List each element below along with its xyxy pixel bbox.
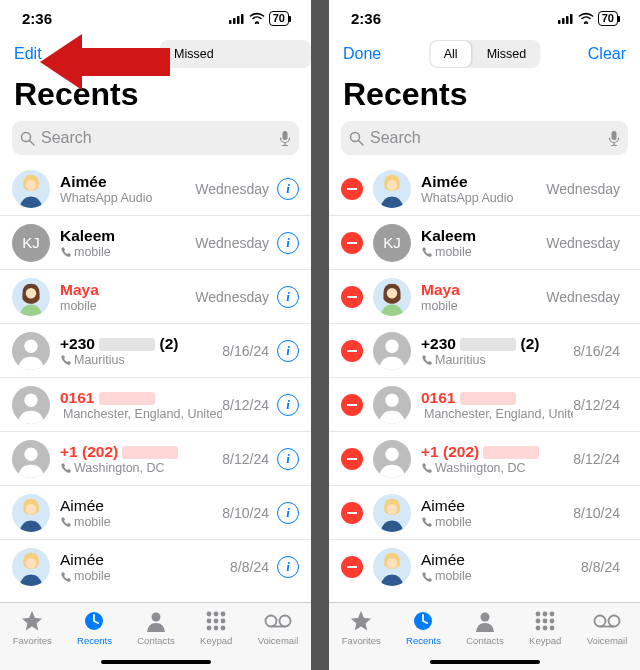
call-name: +1 (202): [60, 443, 222, 461]
info-button[interactable]: i: [277, 178, 299, 200]
info-button[interactable]: i: [277, 556, 299, 578]
tab-label: Voicemail: [587, 635, 628, 646]
delete-button[interactable]: [341, 340, 363, 362]
delete-button[interactable]: [341, 178, 363, 200]
call-name: +1 (202): [421, 443, 573, 461]
call-row[interactable]: 0161 Manchester, England, United...8/12/…: [0, 378, 311, 432]
phone-icon: [60, 462, 71, 473]
phone-icon: [60, 516, 71, 527]
status-time: 2:36: [22, 10, 52, 27]
info-button[interactable]: i: [277, 340, 299, 362]
mic-icon[interactable]: [608, 130, 620, 147]
avatar: [12, 170, 50, 208]
search-placeholder: Search: [41, 129, 279, 147]
tab-recents[interactable]: Recents: [77, 609, 112, 646]
svg-point-22: [207, 619, 212, 624]
call-name: Kaleem: [60, 227, 195, 245]
delete-button[interactable]: [341, 232, 363, 254]
svg-point-52: [550, 612, 555, 617]
call-row[interactable]: +1 (202) Washington, DC8/12/24: [329, 432, 640, 486]
call-row[interactable]: AiméeWhatsApp AudioWednesdayi: [0, 162, 311, 216]
call-info: Mayamobile: [421, 281, 546, 313]
delete-button[interactable]: [341, 394, 363, 416]
avatar: [373, 386, 411, 424]
redacted: [460, 392, 516, 405]
call-info: Aiméemobile: [60, 497, 222, 529]
call-row[interactable]: +1 (202) Washington, DC8/12/24i: [0, 432, 311, 486]
wifi-icon: [578, 12, 594, 24]
tab-label: Keypad: [529, 635, 561, 646]
svg-point-47: [387, 558, 397, 568]
call-name: Aimée: [60, 497, 222, 515]
clear-button[interactable]: Clear: [588, 45, 626, 63]
tab-label: Favorites: [342, 635, 381, 646]
tab-recents[interactable]: Recents: [406, 609, 441, 646]
call-row[interactable]: Aiméemobile8/10/24: [329, 486, 640, 540]
delete-button[interactable]: [341, 448, 363, 470]
search-field[interactable]: Search: [341, 121, 628, 155]
call-name: 0161: [421, 389, 573, 407]
svg-point-20: [214, 612, 219, 617]
segment-control[interactable]: All Missed: [429, 40, 541, 68]
tab-favorites[interactable]: Favorites: [13, 609, 52, 646]
call-date: Wednesday: [546, 289, 620, 305]
delete-button[interactable]: [341, 286, 363, 308]
call-subtitle: Manchester, England, United...: [60, 407, 222, 421]
segment-missed[interactable]: Missed: [160, 40, 228, 68]
tab-contacts[interactable]: Contacts: [137, 609, 175, 646]
call-info: Mayamobile: [60, 281, 195, 313]
avatar: [373, 170, 411, 208]
delete-button[interactable]: [341, 556, 363, 578]
tab-voicemail[interactable]: Voicemail: [258, 609, 299, 646]
call-info: AiméeWhatsApp Audio: [421, 173, 546, 205]
done-button[interactable]: Done: [343, 45, 381, 63]
call-row[interactable]: +230 (2)Mauritius8/16/24: [329, 324, 640, 378]
avatar: [373, 494, 411, 532]
call-row[interactable]: AiméeWhatsApp AudioWednesday: [329, 162, 640, 216]
status-bar: 2:36 70: [0, 0, 311, 36]
search-icon: [349, 131, 364, 146]
edit-button[interactable]: Edit: [14, 45, 42, 63]
segment-all[interactable]: All: [430, 41, 472, 67]
call-row[interactable]: KJKaleemmobileWednesdayi: [0, 216, 311, 270]
search-field[interactable]: Search: [12, 121, 299, 155]
info-button[interactable]: i: [277, 448, 299, 470]
svg-point-11: [24, 393, 37, 406]
svg-rect-2: [237, 16, 240, 24]
call-subtitle: WhatsApp Audio: [421, 191, 546, 205]
call-name: Maya: [421, 281, 546, 299]
call-row[interactable]: 0161 Manchester, England, United...8/12/…: [329, 378, 640, 432]
avatar: [12, 386, 50, 424]
svg-point-9: [26, 287, 36, 297]
delete-button[interactable]: [341, 502, 363, 524]
call-row[interactable]: Aiméemobile8/8/24i: [0, 540, 311, 594]
call-row[interactable]: MayamobileWednesday: [329, 270, 640, 324]
tab-favorites[interactable]: Favorites: [342, 609, 381, 646]
status-indicators: 70: [229, 11, 289, 26]
info-button[interactable]: i: [277, 232, 299, 254]
svg-point-26: [214, 626, 219, 631]
phone-right: 2:36 70 Done All Missed Clear Recents Se…: [329, 0, 640, 670]
call-row[interactable]: MayamobileWednesdayi: [0, 270, 311, 324]
call-row[interactable]: Aiméemobile8/8/24: [329, 540, 640, 594]
call-row[interactable]: +230 (2)Mauritius8/16/24i: [0, 324, 311, 378]
call-info: Kaleemmobile: [421, 227, 546, 259]
call-info: +1 (202) Washington, DC: [60, 443, 222, 475]
svg-rect-6: [283, 131, 288, 140]
mic-icon[interactable]: [279, 130, 291, 147]
svg-point-25: [207, 626, 212, 631]
svg-point-58: [550, 626, 555, 631]
info-button[interactable]: i: [277, 286, 299, 308]
call-row[interactable]: Aiméemobile8/10/24i: [0, 486, 311, 540]
svg-point-14: [26, 503, 36, 513]
status-time: 2:36: [351, 10, 381, 27]
info-button[interactable]: i: [277, 502, 299, 524]
segment-missed[interactable]: Missed: [473, 40, 541, 68]
tab-voicemail[interactable]: Voicemail: [587, 609, 628, 646]
call-row[interactable]: KJKaleemmobileWednesday: [329, 216, 640, 270]
call-name: 0161: [60, 389, 222, 407]
tab-contacts[interactable]: Contacts: [466, 609, 504, 646]
info-button[interactable]: i: [277, 394, 299, 416]
tab-keypad[interactable]: Keypad: [529, 609, 561, 646]
tab-keypad[interactable]: Keypad: [200, 609, 232, 646]
